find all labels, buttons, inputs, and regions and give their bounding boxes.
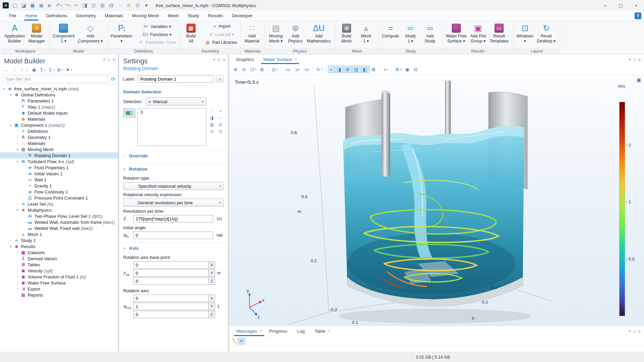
show-grid-icon[interactable]: ⊞ (344, 66, 352, 73)
graphics-settings-icon[interactable]: ⚙▾ (394, 66, 403, 73)
open-file-icon[interactable]: ◪ (20, 1, 28, 9)
environment-reflections-icon[interactable]: ◨ (335, 66, 343, 73)
label-input[interactable] (138, 75, 213, 83)
menu-tab-file[interactable]: File (5, 11, 21, 21)
view-xy-icon[interactable]: ↑xy (283, 66, 292, 72)
find-icon[interactable]: ⊙ (133, 1, 142, 9)
create-selection-icon[interactable]: ◌ (210, 109, 213, 114)
appearance-icon[interactable]: ◑▾ (382, 66, 390, 73)
paste-selection-icon[interactable]: ▥ (210, 122, 213, 127)
tree-item-definitions[interactable]: › ≡ Definitions (0, 128, 118, 134)
tree-item-component-1[interactable]: ∨ ▣ Component 1 (comp1) (0, 122, 118, 128)
base-point-input[interactable] (133, 277, 208, 285)
tree-twisty-icon[interactable]: › (15, 129, 20, 133)
tree-filter-input[interactable] (3, 76, 109, 83)
zoom-out-icon[interactable]: ⊖ (240, 66, 248, 73)
zoom-to-selection-icon[interactable]: ⊙ (210, 129, 213, 134)
tree-item-level-set[interactable]: › ∿ Level Set (ls) (0, 201, 118, 207)
panel-pin-icon[interactable]: ┯ (223, 57, 225, 62)
tree-twisty-icon[interactable]: ∨ (1, 87, 7, 90)
initial-angle-input[interactable] (133, 232, 213, 239)
tab-graphics[interactable]: Graphics (233, 55, 260, 64)
collapse-all-icon[interactable]: ↧▾ (47, 67, 55, 73)
undo-icon[interactable]: ↶▾ (55, 1, 63, 9)
tree-twisty-icon[interactable]: › (15, 281, 20, 284)
customize-toolbar-icon[interactable]: ▾ (142, 1, 151, 9)
duplicate-icon[interactable]: ⊞ (98, 1, 107, 9)
section-rotation[interactable]: ∨ Rotation (123, 163, 224, 174)
parameter-case-button[interactable]: Pᵢ Parameter Case (135, 38, 178, 47)
build-all-button[interactable]: ▦ Build All (181, 22, 201, 47)
help-button[interactable]: ? (635, 12, 641, 19)
tree-item-geometry-1[interactable]: › A Geometry 1 (0, 134, 118, 140)
tree-item-initial-values-1[interactable]: ▰ Initial Values 1 (0, 171, 118, 177)
scene-light-icon[interactable]: ◖ (328, 66, 335, 73)
graphics-canvas[interactable]: Time=5.5 s m/s 2 1 0.5 (229, 75, 644, 326)
tree-item-derived-values[interactable]: Σ Derived Values (0, 255, 118, 262)
panel-float-icon[interactable]: ◻ (633, 329, 636, 333)
paste-icon[interactable]: ▥ (90, 1, 98, 9)
delete-icon[interactable]: ⊟ (107, 1, 116, 9)
section-domain-selection[interactable]: Domain Selection (123, 86, 224, 96)
mesh-1-button[interactable]: ▲ Mesh 1 ▾ (356, 22, 376, 47)
close-icon[interactable]: × (295, 57, 297, 62)
domain-selection-list[interactable]: 3 (137, 108, 206, 146)
section-axis[interactable]: ∨ Axis (123, 243, 224, 253)
tree-item-turbulent-flow[interactable]: ∨ ≋ Turbulent Flow, k-ε (spf) (0, 158, 118, 164)
zoom-in-icon[interactable]: ⊕ (232, 66, 240, 73)
study-1-button[interactable]: ∞ Study 1 ▾ (401, 22, 420, 47)
tree-twisty-icon[interactable]: › (8, 239, 13, 242)
panel-float-icon[interactable]: ◻ (217, 57, 221, 62)
windows-button[interactable]: ⊡ Windows ▾ (515, 22, 535, 47)
revolutions-input[interactable] (133, 215, 213, 222)
tree-twisty-icon[interactable]: ∨ (15, 160, 20, 163)
compute-button[interactable]: = Compute (380, 22, 401, 47)
panel-pin-icon[interactable]: ┯ (638, 329, 641, 333)
copy-selection-icon[interactable]: ◨ (210, 116, 213, 120)
tree-item-materials[interactable]: › ∷ Materials (0, 140, 118, 146)
expand-all-icon[interactable]: ↥▾ (38, 67, 46, 73)
menu-tab-study[interactable]: Study (183, 11, 204, 21)
tab-progress[interactable]: Progress (266, 326, 294, 336)
tree-item-two-phase-flow[interactable]: ≫ Two-Phase Flow, Level Set 1 (tpf1) (0, 213, 118, 219)
tree-item-gravity-1[interactable]: ≈ Gravity 1 (0, 183, 118, 189)
build-mesh-button[interactable]: ⊞ Build Mesh (337, 22, 356, 47)
menu-tab-mesh[interactable]: Mesh (163, 11, 183, 21)
tree-item-global-definitions[interactable]: ∨ ⊕ Global Definitions (0, 92, 118, 98)
tree-item-materials-global[interactable]: ◉ Materials (0, 116, 118, 122)
select-box-icon[interactable]: ⊡ (219, 129, 222, 134)
filter-icon[interactable]: ▼▾ (64, 67, 73, 73)
tree-twisty-icon[interactable]: ∨ (15, 148, 20, 151)
copy-icon[interactable]: ◨ (81, 1, 90, 9)
tab-log[interactable]: Log (294, 326, 311, 336)
parameters-button[interactable]: Pᵢ Parameters ▾ (109, 22, 134, 47)
menu-tab-definitions[interactable]: Definitions (42, 11, 72, 21)
save-as-icon[interactable]: ▣ (37, 1, 46, 9)
maximize-button[interactable]: ▢ (613, 0, 629, 11)
application-builder-button[interactable]: A Application Builder (3, 22, 27, 47)
tree-twisty-icon[interactable]: › (15, 287, 20, 291)
tree-item-export[interactable]: › ⇲ Export (0, 286, 118, 292)
tree-item-wetted-wall-1[interactable]: ▬ Wetted Wall, Automatic from frame (ww1… (0, 219, 118, 225)
tree-twisty-icon[interactable]: › (15, 135, 20, 139)
add-to-selection-icon[interactable]: + (219, 109, 222, 114)
save-icon[interactable]: ▣ (28, 1, 37, 9)
velocity-expression-dropdown[interactable]: General revolutions per time ▼ (123, 199, 224, 207)
panel-pin-icon[interactable]: ┯ (113, 57, 115, 62)
tree-twisty-icon[interactable]: › (15, 269, 20, 272)
result-templates-button[interactable]: ▭ Result Templates (488, 22, 510, 47)
tree-twisty-icon[interactable]: ∨ (8, 93, 13, 96)
panel-menu-icon[interactable]: ▾ (629, 329, 631, 333)
tree-item-multiphysics[interactable]: ∨ ∗ Multiphysics (0, 207, 118, 213)
rotation-axis-input[interactable] (133, 295, 208, 302)
print-icon[interactable]: ⊟ (412, 66, 420, 73)
tree-item-flow-continuity-1[interactable]: ▰ Flow Continuity 1 (0, 189, 118, 195)
tree-item-results[interactable]: ∨ ◆ Results (0, 243, 118, 249)
panel-float-icon[interactable]: ◻ (633, 57, 636, 62)
add-plot-group-button[interactable]: ▣ Add Plot Group ▾ (468, 22, 488, 47)
menu-tab-materials[interactable]: Materials (100, 11, 128, 21)
panel-float-icon[interactable]: ◻ (107, 57, 110, 62)
cut-icon[interactable]: ✂ (72, 1, 81, 9)
panel-pin-icon[interactable]: ┯ (638, 57, 641, 62)
add-study-button[interactable]: ∞ Add Study (420, 22, 440, 47)
